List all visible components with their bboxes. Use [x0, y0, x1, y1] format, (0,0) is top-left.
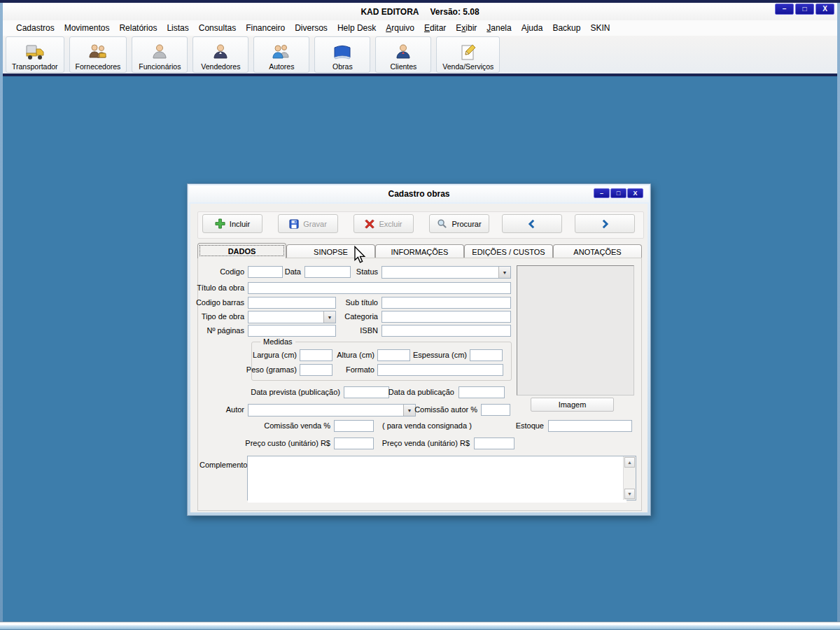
menu-item-backup[interactable]: Backup	[547, 21, 585, 35]
menu-item-relatorios[interactable]: Relatórios	[114, 21, 162, 35]
toolbar-vendedores-button[interactable]: Vendedores	[192, 36, 248, 73]
delete-icon	[365, 219, 374, 229]
chevron-down-icon[interactable]: ▼	[323, 312, 335, 323]
menu-item-helpdesk[interactable]: Help Desk	[332, 21, 381, 35]
num-paginas-input[interactable]	[248, 325, 336, 337]
toolbar-venda-servicos-button[interactable]: Venda/Serviços	[436, 36, 500, 73]
toolbar-separator	[3, 74, 837, 76]
isbn-input[interactable]	[382, 325, 511, 337]
largura-input[interactable]	[300, 349, 332, 361]
app-title: KAD EDITORA	[360, 7, 419, 17]
imagem-button[interactable]: Imagem	[531, 398, 614, 412]
menu-item-ajuda[interactable]: Ajuda	[517, 21, 548, 35]
codigo-barras-input[interactable]	[248, 297, 336, 309]
suppliers-people-icon	[88, 42, 108, 62]
menu-item-skin[interactable]: SKIN	[585, 21, 615, 35]
save-icon	[289, 219, 299, 229]
titulo-label: Título da obra	[197, 282, 244, 294]
tipo-de-obra-select[interactable]: ▼	[248, 311, 336, 323]
dialog-minimize-button[interactable]: –	[594, 188, 610, 198]
minimize-button[interactable]: –	[775, 4, 794, 15]
next-record-button[interactable]	[575, 214, 635, 233]
menu-item-diversos[interactable]: Diversos	[290, 21, 332, 35]
employee-person-icon	[150, 42, 169, 62]
chevron-down-icon[interactable]: ▼	[498, 267, 510, 278]
preco-custo-input[interactable]	[334, 438, 374, 449]
menu-item-listas[interactable]: Listas	[162, 21, 193, 35]
seller-person-icon	[211, 42, 230, 62]
dialog-close-button[interactable]: X	[627, 188, 643, 198]
menu-item-cadastros[interactable]: Cadastros	[11, 21, 59, 35]
peso-label: Peso (gramas)	[246, 364, 297, 376]
menu-item-exibir[interactable]: Exibir	[451, 21, 482, 35]
espessura-input[interactable]	[470, 349, 503, 361]
client-person-icon	[394, 42, 412, 62]
toolbar-obras-button[interactable]: Obras	[314, 36, 370, 73]
memo-scrollbar[interactable]: ▲ ▼	[623, 456, 636, 500]
procurar-button[interactable]: Procurar	[429, 214, 489, 233]
peso-input[interactable]	[300, 364, 332, 376]
book-icon	[332, 42, 353, 62]
estoque-label: Estoque	[516, 420, 544, 432]
estoque-input[interactable]	[548, 420, 632, 432]
menu-item-movimentos[interactable]: Movimentos	[59, 21, 115, 35]
status-label: Status	[356, 266, 378, 278]
incluir-button[interactable]: Incluir	[202, 214, 262, 233]
data-input[interactable]	[304, 266, 351, 278]
app-title-bar: KAD EDITORA Versão: 5.08	[3, 3, 837, 20]
preco-venda-input[interactable]	[474, 438, 514, 449]
status-select[interactable]: ▼	[382, 266, 511, 279]
data-publicacao-input[interactable]	[458, 386, 505, 398]
chevron-down-icon[interactable]: ▼	[403, 405, 415, 416]
formato-input[interactable]	[377, 364, 503, 376]
isbn-label: ISBN	[360, 325, 378, 337]
espessura-label: Espessura (cm)	[413, 349, 467, 361]
toolbar-transportador-button[interactable]: Transportador	[6, 36, 64, 73]
menu-item-janela[interactable]: Janela	[482, 21, 516, 35]
venda-consignada-note: ( para venda consignada )	[382, 420, 472, 432]
autor-select[interactable]: ▼	[248, 404, 416, 416]
dialog-maximize-button[interactable]: □	[610, 188, 626, 198]
excluir-button[interactable]: Excluir	[354, 214, 414, 233]
toolbar-autores-button[interactable]: Autores	[253, 36, 309, 73]
tab-anotacoes[interactable]: ANOTAÇÕES	[553, 244, 642, 258]
sub-titulo-input[interactable]	[382, 297, 511, 309]
toolbar-clientes-button[interactable]: Clientes	[375, 36, 431, 73]
tab-informacoes[interactable]: INFORMAÇÕES	[375, 244, 464, 258]
codigo-label: Codigo	[220, 266, 244, 278]
categoria-input[interactable]	[382, 311, 511, 323]
sub-titulo-label: Sub título	[346, 297, 378, 309]
tab-edicoes-custos[interactable]: EDIÇÕES / CUSTOS	[464, 244, 553, 258]
maximize-button[interactable]: □	[795, 4, 814, 15]
window-bottom-border	[0, 622, 840, 630]
sale-pencil-icon	[458, 42, 478, 62]
complemento-textarea[interactable]	[248, 456, 626, 503]
titulo-input[interactable]	[248, 282, 511, 294]
previous-record-button[interactable]	[502, 214, 562, 233]
data-publicacao-label: Data da publicação	[388, 386, 454, 398]
comissao-autor-input[interactable]	[481, 404, 510, 416]
toolbar-funcionarios-button[interactable]: Funcionários	[132, 36, 188, 73]
data-prevista-input[interactable]	[344, 386, 389, 398]
codigo-input[interactable]	[248, 266, 283, 278]
chevron-right-icon	[600, 219, 610, 229]
app-window-controls: – □ X	[775, 4, 834, 15]
close-button[interactable]: X	[816, 4, 834, 15]
comissao-venda-input[interactable]	[334, 420, 374, 432]
window-left-border	[0, 3, 3, 622]
truck-icon	[24, 42, 46, 62]
menu-item-arquivo[interactable]: Arquivo	[381, 21, 419, 35]
cover-image-panel	[517, 265, 634, 396]
menu-item-financeiro[interactable]: Financeiro	[241, 21, 290, 35]
tab-dados[interactable]: DADOS	[197, 243, 286, 258]
toolbar-fornecedores-button[interactable]: Fornecedores	[69, 36, 127, 73]
scroll-up-icon[interactable]: ▲	[624, 457, 635, 468]
menu-item-editar[interactable]: Editar	[419, 21, 451, 35]
dialog-title-bar[interactable]: Cadastro obras	[189, 186, 649, 202]
scroll-down-icon[interactable]: ▼	[624, 489, 635, 499]
menu-item-consultas[interactable]: Consultas	[194, 21, 241, 35]
altura-input[interactable]	[377, 349, 410, 361]
data-label: Data	[285, 266, 301, 278]
gravar-button[interactable]: Gravar	[278, 214, 338, 233]
categoria-label: Categoria	[344, 311, 378, 323]
